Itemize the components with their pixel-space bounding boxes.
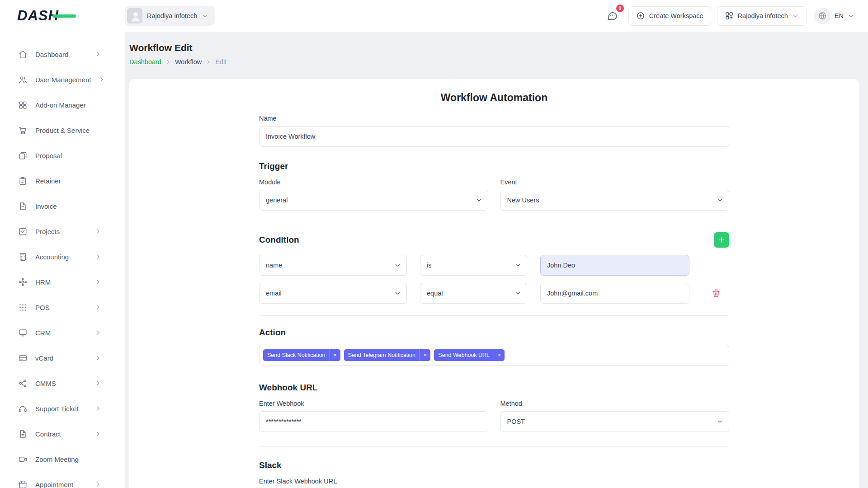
webhook-heading: Webhook URL — [259, 383, 729, 393]
sidebar-item-label: CMMS — [35, 380, 87, 387]
tag-remove-icon[interactable]: × — [494, 349, 505, 361]
sidebar-item-label: Appointment — [35, 481, 87, 488]
delete-condition-button[interactable] — [706, 283, 726, 304]
chevron-right-icon — [95, 481, 101, 488]
sidebar-item-appointment[interactable]: Appointment — [0, 472, 125, 488]
tag-remove-icon[interactable]: × — [420, 349, 430, 361]
webhook-input[interactable] — [259, 411, 488, 432]
sidebar-item-product-service[interactable]: Product & Service — [0, 117, 125, 143]
sidebar-item-label: Invoice — [35, 202, 87, 210]
support-icon — [18, 404, 28, 413]
sidebar-item-zoom-meeting[interactable]: Zoom Meeting — [0, 446, 125, 472]
condition-value-input[interactable] — [540, 255, 689, 276]
sidebar-item-pos[interactable]: POS — [0, 295, 125, 320]
sidebar-item-retainer[interactable]: Retainer — [0, 168, 125, 193]
chevron-right-icon — [99, 76, 105, 83]
workspace-avatar — [127, 8, 142, 23]
condition-field-select[interactable]: name — [259, 255, 407, 276]
proposal-icon — [18, 151, 28, 160]
workspace-selector[interactable]: Rajodiya infotech — [125, 6, 215, 26]
breadcrumb: Dashboard Workflow Edit — [129, 58, 859, 66]
slack-webhook-label: Enter Slack Webhook URL — [259, 478, 729, 485]
home-icon — [18, 50, 28, 59]
sidebar-item-user-management[interactable]: User Management — [0, 67, 125, 92]
sidebar-item-cmms[interactable]: CMMS — [0, 371, 125, 396]
action-heading: Action — [259, 328, 729, 338]
condition-value-input[interactable] — [540, 283, 689, 304]
language-code: EN — [835, 12, 844, 19]
chat-icon — [607, 10, 618, 22]
condition-field-select[interactable]: email — [259, 283, 407, 304]
add-condition-button[interactable] — [714, 232, 729, 248]
addon-icon — [18, 100, 28, 110]
action-tags-input[interactable]: Send Slack Notification × Send Telegram … — [259, 345, 729, 366]
tag-remove-icon[interactable]: × — [330, 349, 340, 361]
sidebar-item-label: Dashboard — [35, 51, 87, 58]
vcard-icon — [18, 353, 28, 363]
method-select[interactable]: POST — [500, 411, 730, 432]
chevron-right-icon — [206, 59, 211, 65]
contract-icon — [18, 429, 28, 439]
sidebar-item-label: Product & Service — [35, 127, 90, 134]
sidebar-item-accounting[interactable]: Accounting — [0, 244, 125, 269]
chevron-right-icon — [95, 228, 101, 235]
chevron-right-icon — [95, 329, 101, 336]
messages-button[interactable]: 0 — [603, 6, 622, 25]
sidebar-item-proposal[interactable]: Proposal — [0, 143, 125, 168]
chevron-right-icon — [95, 405, 101, 412]
accounting-icon — [18, 252, 28, 262]
chevron-right-icon — [95, 279, 101, 285]
sidebar-item-label: Accounting — [35, 253, 87, 261]
sidebar-item-support-ticket[interactable]: Support Ticket — [0, 396, 125, 421]
trigger-heading: Trigger — [259, 161, 729, 171]
messages-count-badge: 0 — [616, 5, 624, 12]
pos-icon — [18, 303, 28, 312]
crm-icon — [18, 328, 28, 338]
chevron-right-icon — [165, 59, 171, 65]
sidebar-item-label: User Management — [35, 76, 91, 84]
plus-icon — [718, 236, 725, 244]
breadcrumb-dashboard-link[interactable]: Dashboard — [129, 58, 161, 66]
sidebar-item-label: Retainer — [35, 177, 87, 185]
sidebar-item-invoice[interactable]: Invoice — [0, 193, 125, 219]
form-heading: Workflow Automation — [259, 92, 729, 104]
event-label: Event — [500, 178, 730, 186]
breadcrumb-current: Edit — [215, 58, 226, 66]
chevron-right-icon — [95, 380, 101, 386]
account-workspace-button[interactable]: Rajodiya infotech — [717, 6, 807, 26]
sidebar-item-hrm[interactable]: HRM — [0, 269, 125, 295]
condition-operator-select[interactable]: is — [420, 255, 527, 276]
language-selector[interactable]: EN — [814, 8, 854, 24]
slack-heading: Slack — [259, 460, 729, 470]
appointment-icon — [18, 480, 28, 488]
sidebar-item-vcard[interactable]: vCard — [0, 345, 125, 371]
name-input[interactable] — [259, 126, 729, 147]
condition-heading: Condition — [259, 235, 299, 245]
module-select[interactable]: general — [259, 190, 488, 211]
workflow-card: Workflow Automation Name Trigger Module … — [129, 79, 859, 488]
sidebar-item-projects[interactable]: Projects — [0, 219, 125, 244]
sidebar-item-label: Zoom Meeting — [35, 455, 87, 463]
app-logo[interactable]: DASH — [17, 8, 125, 24]
retainer-icon — [18, 176, 28, 186]
sidebar-item-label: HRM — [35, 278, 87, 286]
condition-operator-select[interactable]: equal — [420, 283, 527, 304]
logo-accent-dash — [52, 14, 76, 18]
chevron-right-icon — [95, 51, 101, 57]
name-label: Name — [259, 115, 729, 122]
event-select[interactable]: New Users — [500, 190, 730, 211]
invoice-icon — [18, 202, 28, 211]
sidebar-item-crm[interactable]: CRM — [0, 320, 125, 345]
account-workspace-label: Rajodiya infotech — [738, 12, 788, 19]
sidebar-item-label: Projects — [35, 228, 87, 235]
chevron-down-icon — [848, 13, 854, 19]
sidebar-item-contract[interactable]: Contract — [0, 421, 125, 446]
sidebar-item-add-on-manager[interactable]: Add-on Manager — [0, 92, 125, 117]
sidebar-item-label: CRM — [35, 329, 87, 337]
sidebar-item-label: Add-on Manager — [35, 101, 87, 109]
sidebar-item-label: POS — [35, 304, 87, 311]
breadcrumb-workflow-link[interactable]: Workflow — [175, 58, 202, 66]
chevron-right-icon — [95, 253, 101, 260]
create-workspace-button[interactable]: Create Workspace — [628, 6, 711, 26]
sidebar-item-dashboard[interactable]: Dashboard — [0, 42, 125, 67]
